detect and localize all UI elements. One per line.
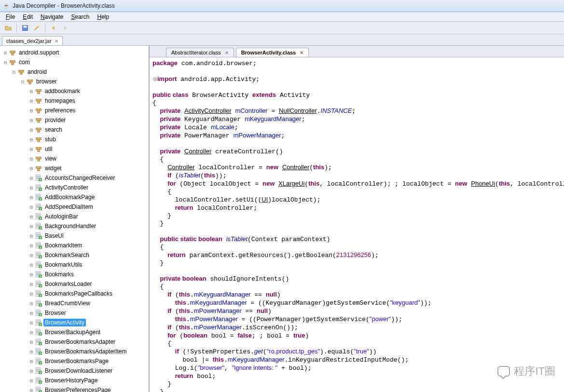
tree-expand-icon[interactable]: ⊞ bbox=[28, 253, 35, 258]
editor-tab[interactable]: AbstractIterator.class✕ bbox=[166, 48, 234, 57]
tree-item[interactable]: ⊞BrowserBackupAgent bbox=[2, 327, 149, 337]
package-icon bbox=[35, 107, 42, 114]
tree-expand-icon[interactable]: ⊞ bbox=[28, 156, 35, 162]
project-tab-label: classes_dex2jar.jar bbox=[6, 38, 52, 44]
tree-item[interactable]: ⊞BrowserActivity bbox=[2, 318, 149, 327]
menu-item-help[interactable]: Help bbox=[93, 13, 113, 21]
tree-item[interactable]: ⊞AddSpeedDialItem bbox=[2, 202, 149, 212]
tree-item[interactable]: ⊟com bbox=[2, 57, 149, 67]
tree-item-label: addbookmark bbox=[43, 87, 82, 95]
nav-back-button[interactable] bbox=[48, 23, 59, 33]
tree-item[interactable]: ⊞BrowserHistoryPage bbox=[2, 376, 149, 385]
tree-item[interactable]: ⊞BreadCrumbView bbox=[2, 298, 149, 308]
tree-item[interactable]: ⊞search bbox=[2, 125, 149, 135]
tree-expand-icon[interactable]: ⊞ bbox=[28, 262, 35, 268]
tree-expand-icon[interactable]: ⊞ bbox=[28, 243, 35, 248]
tree-item-label: BookmarkItem bbox=[43, 242, 83, 249]
close-icon[interactable]: ✕ bbox=[55, 39, 58, 44]
tree-item[interactable]: ⊞AccountsChangedReceiver bbox=[2, 173, 149, 183]
tree-expand-icon[interactable]: ⊞ bbox=[28, 98, 35, 104]
arrow-left-icon bbox=[50, 25, 57, 31]
tree-item[interactable]: ⊞BrowserBookmarksAdapterItem bbox=[2, 347, 149, 356]
tree-expand-icon[interactable]: ⊞ bbox=[28, 359, 35, 364]
tree-expand-icon[interactable]: ⊞ bbox=[28, 166, 35, 171]
tree-item[interactable]: ⊞homepages bbox=[2, 96, 149, 106]
tree-item[interactable]: ⊞Browser bbox=[2, 308, 149, 318]
tree-item[interactable]: ⊞BrowserDownloadListener bbox=[2, 366, 149, 376]
tree-item[interactable]: ⊞android.support bbox=[2, 48, 149, 57]
tree-item[interactable]: ⊞Bookmarks bbox=[2, 270, 149, 279]
tree-expand-icon[interactable]: ⊞ bbox=[28, 349, 35, 354]
tree-expand-icon[interactable]: ⊞ bbox=[28, 108, 35, 113]
tree-expand-icon[interactable]: ⊞ bbox=[28, 282, 35, 287]
close-icon[interactable]: ✕ bbox=[300, 50, 303, 55]
editor-tab[interactable]: BrowserActivity.class✕ bbox=[236, 48, 309, 57]
tree-item[interactable]: ⊞BrowserBookmarksPage bbox=[2, 356, 149, 366]
tree-expand-icon[interactable]: ⊞ bbox=[28, 185, 35, 190]
tree-item[interactable]: ⊞BookmarksPageCallbacks bbox=[2, 289, 149, 298]
tree-item[interactable]: ⊞BookmarkSearch bbox=[2, 250, 149, 260]
tree-item-label: BookmarkSearch bbox=[43, 251, 91, 259]
tree-expand-icon[interactable]: ⊞ bbox=[28, 320, 35, 325]
tree-item[interactable]: ⊞ActivityController bbox=[2, 183, 149, 192]
tree-expand-icon[interactable]: ⊞ bbox=[28, 330, 35, 335]
menu-item-file[interactable]: File bbox=[2, 13, 19, 21]
tree-expand-icon[interactable]: ⊞ bbox=[28, 301, 35, 306]
project-tab[interactable]: classes_dex2jar.jar ✕ bbox=[2, 36, 63, 45]
tree-item[interactable]: ⊟browser bbox=[2, 77, 149, 86]
tree-item[interactable]: ⊞BookmarkUtils bbox=[2, 260, 149, 270]
menu-item-navigate[interactable]: Navigate bbox=[37, 13, 67, 21]
tree-expand-icon[interactable]: ⊞ bbox=[28, 311, 35, 316]
tree-expand-icon[interactable]: ⊞ bbox=[28, 127, 35, 133]
tree-expand-icon[interactable]: ⊞ bbox=[28, 272, 35, 277]
menu-item-search[interactable]: Search bbox=[67, 13, 93, 21]
close-icon[interactable]: ✕ bbox=[225, 50, 229, 55]
tree-expand-icon[interactable]: ⊞ bbox=[28, 378, 35, 383]
wand-button[interactable] bbox=[31, 23, 42, 33]
tree-expand-icon[interactable]: ⊟ bbox=[11, 69, 17, 75]
tree-expand-icon[interactable]: ⊟ bbox=[19, 79, 26, 84]
editor-panel: AbstractIterator.class✕BrowserActivity.c… bbox=[150, 46, 564, 392]
package-icon bbox=[35, 126, 42, 133]
tree-expand-icon[interactable]: ⊞ bbox=[28, 195, 35, 200]
tree-item[interactable]: ⊞preferences bbox=[2, 106, 149, 115]
tree-item[interactable]: ⊞stub bbox=[2, 135, 149, 144]
tree-expand-icon[interactable]: ⊞ bbox=[28, 291, 35, 297]
tree-expand-icon[interactable]: ⊞ bbox=[28, 147, 35, 152]
tree-expand-icon[interactable]: ⊞ bbox=[28, 339, 35, 345]
tree-item[interactable]: ⊞AddBookmarkPage bbox=[2, 192, 149, 202]
menu-item-edit[interactable]: Edit bbox=[19, 13, 37, 21]
save-button[interactable] bbox=[20, 23, 30, 33]
tree-expand-icon[interactable]: ⊞ bbox=[28, 176, 35, 181]
tree-item[interactable]: ⊞addbookmark bbox=[2, 86, 149, 96]
nav-forward-button[interactable] bbox=[60, 23, 70, 33]
tree-item[interactable]: ⊞BookmarkItem bbox=[2, 241, 149, 250]
tree-expand-icon[interactable]: ⊞ bbox=[28, 224, 35, 229]
tree-expand-icon[interactable]: ⊞ bbox=[28, 233, 35, 239]
tree-panel[interactable]: ⊞android.support⊟com⊟android⊟browser⊞add… bbox=[0, 46, 150, 392]
tree-expand-icon[interactable]: ⊞ bbox=[2, 50, 9, 55]
tree-expand-icon[interactable]: ⊞ bbox=[28, 214, 35, 219]
tree-item[interactable]: ⊞AutologinBar bbox=[2, 212, 149, 221]
tree-item[interactable]: ⊞BaseUi bbox=[2, 231, 149, 241]
tree-item[interactable]: ⊞util bbox=[2, 144, 149, 154]
class-icon bbox=[35, 271, 42, 278]
open-button[interactable] bbox=[3, 23, 14, 33]
tree-item[interactable]: ⊟android bbox=[2, 67, 149, 77]
tree-item[interactable]: ⊞BrowserPreferencesPage bbox=[2, 385, 149, 392]
tree-item[interactable]: ⊞BrowserBookmarksAdapter bbox=[2, 337, 149, 347]
tree-item[interactable]: ⊞BackgroundHandler bbox=[2, 221, 149, 231]
tree-item[interactable]: ⊞view bbox=[2, 154, 149, 163]
tree-expand-icon[interactable]: ⊞ bbox=[28, 388, 35, 392]
tree-expand-icon[interactable]: ⊞ bbox=[28, 118, 35, 123]
tree-item[interactable]: ⊞widget bbox=[2, 163, 149, 173]
tree-item[interactable]: ⊞provider bbox=[2, 115, 149, 125]
tree-expand-icon[interactable]: ⊞ bbox=[28, 204, 35, 210]
tree-expand-icon[interactable]: ⊟ bbox=[2, 60, 9, 65]
tree-expand-icon[interactable]: ⊞ bbox=[28, 368, 35, 374]
tree-item[interactable]: ⊞BookmarksLoader bbox=[2, 279, 149, 289]
tree-expand-icon[interactable]: ⊞ bbox=[28, 137, 35, 142]
code-editor[interactable]: package com.android.browser; ⊕import and… bbox=[150, 57, 564, 392]
tree-expand-icon[interactable]: ⊞ bbox=[28, 89, 35, 94]
menu-bar: FileEditNavigateSearchHelp bbox=[0, 12, 564, 22]
